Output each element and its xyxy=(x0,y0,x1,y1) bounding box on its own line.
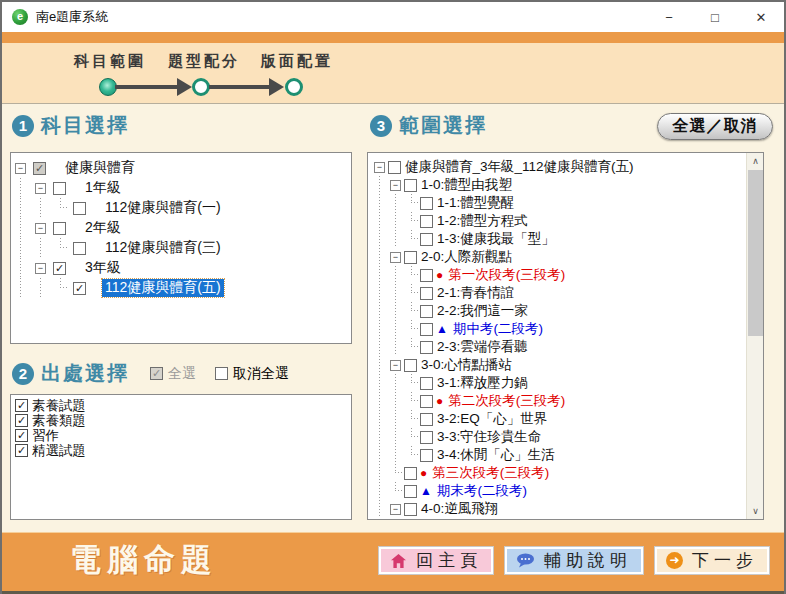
checkbox-icon[interactable] xyxy=(404,485,417,498)
checkbox-icon[interactable]: ✓ xyxy=(15,399,28,412)
checkbox-icon[interactable] xyxy=(73,242,86,255)
select-all-toggle-button[interactable]: 全選／取消 xyxy=(657,113,773,140)
tree-item-label[interactable]: 1-0:體型由我塑 xyxy=(418,176,515,194)
collapse-icon[interactable]: − xyxy=(35,183,46,194)
tree-item-label[interactable]: 3-3:守住珍貴生命 xyxy=(434,428,544,446)
tree-item-label[interactable]: 3-2:EQ「心」世界 xyxy=(434,410,550,428)
scroll-up-icon[interactable]: ∧ xyxy=(747,153,764,169)
tree-guide-line xyxy=(33,278,53,298)
checkbox-icon[interactable] xyxy=(420,305,433,318)
tree-item-label[interactable]: 112健康與體育(五) xyxy=(102,279,224,297)
checkbox-icon[interactable] xyxy=(420,197,433,210)
tree-item-label[interactable]: 第三次段考(三段考) xyxy=(429,464,552,482)
tree-item-label[interactable]: 期中考(二段考) xyxy=(450,320,546,338)
tree-item-label[interactable]: 2-2:我們這一家 xyxy=(434,302,531,320)
deselect-all-checkbox[interactable]: 取消全選 xyxy=(215,365,289,383)
tree-item-label[interactable]: 健康與體育_3年級_112健康與體育(五) xyxy=(402,158,637,176)
checkbox-icon[interactable]: ✓ xyxy=(33,162,46,175)
tree-item-label[interactable]: 1年級 xyxy=(82,179,124,197)
tree-item-label[interactable]: 2年級 xyxy=(82,219,124,237)
home-button[interactable]: 回主頁 xyxy=(378,546,494,575)
checkbox-icon[interactable] xyxy=(420,215,433,228)
checkbox-icon[interactable] xyxy=(420,377,433,390)
red-dot-icon: ● xyxy=(436,395,443,407)
tree-item-label[interactable]: 健康與體育 xyxy=(62,159,138,177)
tree-item-label[interactable]: 3-4:休閒「心」生活 xyxy=(434,446,558,464)
tree-item-label[interactable]: 3-0:心情點播站 xyxy=(418,356,515,374)
collapse-icon[interactable]: − xyxy=(35,263,46,274)
close-icon[interactable]: ✕ xyxy=(738,2,784,32)
tree-item-label[interactable]: 3年級 xyxy=(82,259,124,277)
step-label-question-allocation[interactable]: 題型配分 xyxy=(168,52,240,71)
checkbox-icon[interactable] xyxy=(420,233,433,246)
checkbox-icon[interactable]: ✓ xyxy=(15,429,28,442)
checkbox-icon[interactable] xyxy=(215,367,228,380)
checkbox-icon[interactable] xyxy=(420,395,433,408)
checkbox-icon[interactable] xyxy=(420,287,433,300)
checkbox-icon[interactable]: ✓ xyxy=(53,262,66,275)
tree-item-label[interactable]: 第一次段考(三段考) xyxy=(445,266,568,284)
checkbox-icon[interactable] xyxy=(53,182,66,195)
minimize-icon[interactable]: − xyxy=(646,2,692,32)
scrollbar[interactable]: ∧ ∨ xyxy=(746,153,763,519)
checkbox-icon[interactable] xyxy=(420,431,433,444)
select-all-checkbox[interactable]: ✓ 全選 xyxy=(150,365,196,383)
source-list-item[interactable]: ✓精選試題 xyxy=(13,443,349,458)
tree-item-label[interactable]: 1-2:體型方程式 xyxy=(434,212,531,230)
checkbox-icon[interactable] xyxy=(388,161,401,174)
help-button[interactable]: 輔助說明 xyxy=(504,546,644,575)
checkbox-icon[interactable] xyxy=(420,413,433,426)
checkbox-icon[interactable] xyxy=(420,323,433,336)
checkbox-icon[interactable] xyxy=(404,359,417,372)
collapse-icon[interactable]: − xyxy=(390,180,401,191)
step-circle-3[interactable] xyxy=(285,78,303,96)
collapse-icon[interactable]: − xyxy=(15,163,26,174)
checkbox-icon[interactable]: ✓ xyxy=(73,282,86,295)
tree-row: 3-3:守住珍貴生命 xyxy=(372,428,743,446)
step-label-subject-range[interactable]: 科目範圍 xyxy=(74,52,146,71)
tree-item-label[interactable]: 1-1:體型覺醒 xyxy=(434,194,517,212)
tree-guide-elbow xyxy=(388,482,404,500)
collapse-icon[interactable]: − xyxy=(390,360,401,371)
footer-brand: 電腦命題 xyxy=(70,539,218,581)
checkbox-icon[interactable]: ✓ xyxy=(15,414,28,427)
checkbox-icon[interactable] xyxy=(404,179,417,192)
checkbox-icon[interactable] xyxy=(420,449,433,462)
step-label-layout-config[interactable]: 版面配置 xyxy=(261,52,333,71)
tree-guide-line xyxy=(388,230,404,248)
source-list-item[interactable]: ✓素養類題 xyxy=(13,413,349,428)
tree-item-label[interactable]: 3-1:釋放壓力鍋 xyxy=(434,374,531,392)
checkbox-icon[interactable] xyxy=(404,467,417,480)
checkbox-icon[interactable] xyxy=(404,503,417,516)
collapse-icon[interactable]: − xyxy=(390,252,401,263)
tree-item-label[interactable]: 4-0:逆風飛翔 xyxy=(418,500,501,518)
tree-guide-line xyxy=(372,446,388,464)
tree-item-label[interactable]: 112健康與體育(一) xyxy=(102,199,224,217)
maximize-icon[interactable]: □ xyxy=(692,2,738,32)
collapse-icon[interactable]: − xyxy=(374,162,385,173)
home-icon xyxy=(390,553,407,569)
tree-item-label[interactable]: 2-1:青春情誼 xyxy=(434,284,517,302)
checkbox-icon[interactable] xyxy=(404,251,417,264)
tree-guide-elbow xyxy=(404,320,420,338)
checkbox-icon[interactable] xyxy=(73,202,86,215)
blue-triangle-icon: ▲ xyxy=(420,485,432,497)
step-circle-2[interactable] xyxy=(192,78,210,96)
tree-item-label[interactable]: 1-3:健康我最「型」 xyxy=(434,230,558,248)
checkbox-icon[interactable]: ✓ xyxy=(150,367,163,380)
tree-row: −4-0:逆風飛翔 xyxy=(372,500,743,518)
checkbox-icon[interactable] xyxy=(53,222,66,235)
scrollbar-thumb[interactable] xyxy=(748,170,763,336)
tree-item-label[interactable]: 2-3:雲端停看聽 xyxy=(434,338,531,356)
checkbox-icon[interactable] xyxy=(420,269,433,282)
tree-item-label[interactable]: 第二次段考(三段考) xyxy=(445,392,568,410)
tree-item-label[interactable]: 期末考(二段考) xyxy=(434,482,530,500)
collapse-icon[interactable]: − xyxy=(35,223,46,234)
checkbox-icon[interactable] xyxy=(420,341,433,354)
tree-item-label[interactable]: 2-0:人際新觀點 xyxy=(418,248,515,266)
collapse-icon[interactable]: − xyxy=(390,504,401,515)
scroll-down-icon[interactable]: ∨ xyxy=(747,503,764,519)
next-step-button[interactable]: ➜ 下一步 xyxy=(654,546,770,575)
tree-item-label[interactable]: 112健康與體育(三) xyxy=(102,239,224,257)
checkbox-icon[interactable]: ✓ xyxy=(15,444,28,457)
